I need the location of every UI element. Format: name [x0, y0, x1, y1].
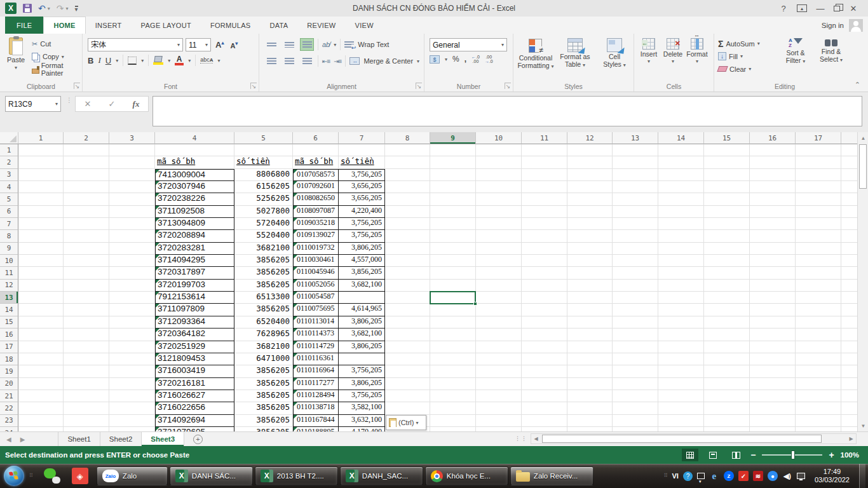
- taskbar-button-chrome-khoa-hoc[interactable]: Khóa học E...: [425, 466, 508, 485]
- cell-r12c13[interactable]: [613, 280, 658, 292]
- cell-r2c18[interactable]: [841, 156, 857, 168]
- cell-r24c13[interactable]: [613, 427, 658, 431]
- accounting-format-icon[interactable]: $: [430, 55, 440, 64]
- row-header-2[interactable]: 2: [0, 156, 18, 168]
- cell-r19c9[interactable]: [430, 365, 476, 377]
- underline-button[interactable]: U: [105, 56, 111, 65]
- cell-r13c5[interactable]: 6513300: [234, 292, 293, 304]
- scrollbar-splitter[interactable]: ⋮⋮: [515, 435, 527, 442]
- cell-r11c15[interactable]: [704, 267, 750, 279]
- cell-r9c5[interactable]: 3682100: [234, 243, 293, 255]
- clipboard-dialog-launcher-icon[interactable]: ↘: [74, 83, 80, 89]
- cell-r23c14[interactable]: [658, 415, 704, 427]
- cell-r2c5[interactable]: số tiền: [234, 156, 293, 168]
- cell-r23c4[interactable]: 3714092694: [155, 415, 234, 427]
- ribbon-display-options-icon[interactable]: ▴: [797, 4, 807, 12]
- cell-r19c7[interactable]: 3,756,205: [339, 365, 385, 377]
- cell-r22c13[interactable]: [613, 402, 658, 414]
- cell-r17c11[interactable]: [522, 341, 567, 353]
- cell-r4c10[interactable]: [476, 181, 522, 193]
- cell-r20c2[interactable]: [64, 378, 109, 390]
- save-icon[interactable]: [23, 4, 32, 13]
- cell-r12c9[interactable]: [430, 280, 476, 292]
- cell-r3c11[interactable]: [522, 169, 567, 181]
- cell-r6c5[interactable]: 5027800: [234, 206, 293, 218]
- cell-r20c14[interactable]: [658, 378, 704, 390]
- column-header-6[interactable]: 6: [293, 132, 339, 144]
- cell-r21c5[interactable]: 3856205: [234, 390, 293, 402]
- column-header-1[interactable]: 1: [18, 132, 64, 144]
- cell-r19c18[interactable]: [841, 365, 857, 377]
- cell-r21c2[interactable]: [64, 390, 109, 402]
- tab-formulas[interactable]: FORMULAS: [201, 17, 261, 34]
- redo-dropdown-icon[interactable]: ▾: [65, 6, 68, 11]
- align-left-button[interactable]: [264, 55, 278, 67]
- cell-r11c17[interactable]: [796, 267, 841, 279]
- phonetic-dropdown-icon[interactable]: ▾: [217, 58, 220, 64]
- cell-r4c1[interactable]: [18, 181, 64, 193]
- close-icon[interactable]: ✕: [845, 2, 862, 15]
- cell-r8c11[interactable]: [522, 230, 567, 242]
- cell-r23c1[interactable]: [18, 415, 64, 427]
- cell-r9c13[interactable]: [613, 243, 658, 255]
- horizontal-scroll-thumb[interactable]: [542, 435, 822, 443]
- cell-r5c6[interactable]: 0108082650: [293, 193, 339, 205]
- fill-color-icon[interactable]: [153, 56, 163, 65]
- cell-r10c6[interactable]: 0110030461: [293, 255, 339, 267]
- cell-r3c8[interactable]: [385, 169, 430, 181]
- cell-r19c2[interactable]: [64, 365, 109, 377]
- increase-font-icon[interactable]: A▴: [214, 40, 226, 50]
- cell-r14c9[interactable]: [430, 304, 476, 316]
- selected-cell-outline[interactable]: [430, 291, 476, 304]
- cell-r23c3[interactable]: [109, 415, 155, 427]
- cell-r10c3[interactable]: [109, 255, 155, 267]
- sheet-nav-left-icon[interactable]: ◀: [6, 436, 11, 443]
- cell-r15c17[interactable]: [796, 316, 841, 329]
- cell-r13c6[interactable]: 0110054587: [293, 292, 339, 304]
- cell-r9c1[interactable]: [18, 243, 64, 255]
- cell-r7c18[interactable]: [841, 218, 857, 230]
- zoom-in-icon[interactable]: +: [829, 450, 834, 460]
- cell-r16c6[interactable]: 0110114373: [293, 329, 339, 341]
- cell-r7c3[interactable]: [109, 218, 155, 230]
- cell-r8c15[interactable]: [704, 230, 750, 242]
- cell-r7c5[interactable]: 5720400: [234, 218, 293, 230]
- cell-r18c10[interactable]: [476, 353, 522, 365]
- restore-icon[interactable]: [834, 6, 840, 11]
- bold-button[interactable]: B: [88, 56, 93, 65]
- cell-r3c6[interactable]: 0107058573: [293, 169, 339, 181]
- cell-r19c13[interactable]: [613, 365, 658, 377]
- cell-r19c3[interactable]: [109, 365, 155, 377]
- cell-r3c3[interactable]: [109, 169, 155, 181]
- orientation-icon[interactable]: ab̸: [322, 41, 330, 48]
- cell-r11c3[interactable]: [109, 267, 155, 279]
- cell-r9c6[interactable]: 0110019732: [293, 243, 339, 255]
- cell-r10c13[interactable]: [613, 255, 658, 267]
- cell-r11c1[interactable]: [18, 267, 64, 279]
- cell-r16c2[interactable]: [64, 329, 109, 341]
- cell-r20c15[interactable]: [704, 378, 750, 390]
- cell-r1c10[interactable]: [476, 144, 522, 156]
- cell-r4c6[interactable]: 0107092601: [293, 181, 339, 193]
- cell-r21c15[interactable]: [704, 390, 750, 402]
- decrease-indent-icon[interactable]: ⇤≡: [322, 58, 330, 65]
- cell-r19c1[interactable]: [18, 365, 64, 377]
- cell-r9c17[interactable]: [796, 243, 841, 255]
- cell-r12c4[interactable]: 3720199703: [155, 280, 234, 292]
- cell-r17c15[interactable]: [704, 341, 750, 353]
- cell-r18c7[interactable]: [339, 353, 385, 365]
- cell-r13c14[interactable]: [658, 292, 704, 304]
- cell-r12c11[interactable]: [522, 280, 567, 292]
- tray-overflow-icon[interactable]: ⠿: [664, 475, 668, 477]
- cell-r22c15[interactable]: [704, 402, 750, 414]
- cell-r6c9[interactable]: [430, 206, 476, 218]
- cell-r15c16[interactable]: [750, 316, 796, 329]
- format-cells-button[interactable]: Format▾: [685, 37, 709, 83]
- italic-button[interactable]: I: [98, 55, 100, 65]
- cell-r22c10[interactable]: [476, 402, 522, 414]
- zoom-slider-thumb[interactable]: [791, 451, 795, 459]
- cell-r18c4[interactable]: 3121809453: [155, 353, 234, 365]
- accounting-dropdown-icon[interactable]: ▾: [445, 57, 447, 62]
- cell-r23c17[interactable]: [796, 415, 841, 427]
- cell-r14c13[interactable]: [613, 304, 658, 316]
